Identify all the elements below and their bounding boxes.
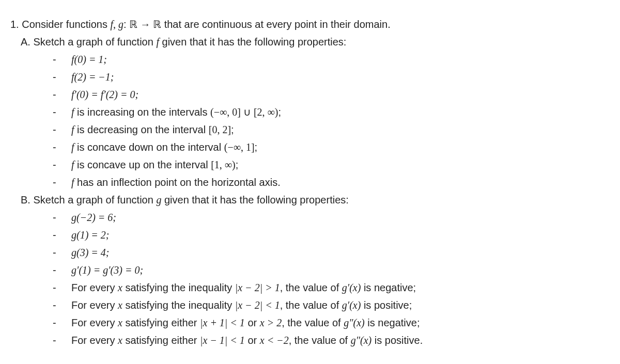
A7-expr: [1, ∞) (211, 159, 236, 170)
A-item-2: -f(2) = −1; (62, 68, 610, 86)
B5-pre: For every (71, 282, 118, 293)
B5-post: is negative; (361, 282, 416, 293)
A6-post: ; (255, 141, 258, 153)
B-lead-post: given that it has the following properti… (161, 194, 348, 205)
A-item-6: -f is concave down on the interval (−∞, … (62, 138, 610, 156)
A-item-3: -f′(0) = f′(2) = 0; (62, 86, 610, 103)
B8-or: or (245, 335, 260, 346)
A6-expr: (−∞, 1] (224, 141, 255, 153)
B8-mid: satisfying either (122, 335, 200, 346)
q1-intro-pre: 1. Consider functions (10, 19, 110, 30)
B4-expr: g′(1) = g′(3) = 0; (71, 264, 143, 276)
A-item-2-expr: f(2) = −1; (71, 71, 114, 83)
A5-mid: is decreasing on the interval (74, 124, 209, 135)
B-lead-g: g (156, 194, 161, 205)
B-item-6: -For every x satisfying the inequality |… (62, 296, 610, 314)
A5-expr: [0, 2] (209, 124, 231, 135)
B8-pre: For every (71, 335, 118, 346)
A-item-3-expr: f′(0) = f′(2) = 0; (71, 89, 138, 100)
B6-expr: |x − 2| < 1 (235, 299, 280, 311)
B6-x: x (118, 299, 122, 311)
B7-pre: For every (71, 317, 118, 328)
B8-x: x (118, 335, 122, 346)
B7-expr2: x > 2 (260, 317, 282, 328)
B7-post: is negative; (365, 317, 420, 328)
B-lead-pre: B. Sketch a graph of function (21, 194, 156, 205)
A-item-4: -f is increasing on the intervals (−∞, 0… (62, 103, 610, 121)
A-item-7: -f is concave up on the interval [1, ∞); (62, 156, 610, 173)
B-item-7: -For every x satisfying either |x + 1| <… (62, 314, 610, 331)
B6-post: is positive; (361, 299, 412, 311)
part-B-lead: B. Sketch a graph of function g given th… (21, 191, 610, 209)
A-item-1-expr: f(0) = 1; (71, 54, 107, 65)
A7-mid: is concave up on the interval (74, 159, 211, 170)
B5-expr: |x − 2| > 1 (235, 282, 280, 293)
B6-mid: satisfying the inequality (122, 299, 235, 311)
A6-mid: is concave down on the interval (74, 141, 224, 153)
B1-expr: g(−2) = 6; (71, 212, 116, 223)
q1-colon: : (123, 19, 129, 30)
B5-x: x (118, 282, 122, 293)
q1-R1: ℝ (129, 19, 137, 30)
B8-fn: g″(x) (351, 335, 372, 346)
part-A-lead: A. Sketch a graph of function f given th… (21, 33, 610, 51)
A7-post: ; (236, 159, 239, 170)
B6-fn: g′(x) (342, 299, 361, 311)
B8-post: is positive. (371, 335, 423, 346)
B5-mid: satisfying the inequality (122, 282, 235, 293)
q1-intro-post: that are continuous at every point in th… (161, 19, 391, 30)
B7-or: or (245, 317, 260, 328)
B3-expr: g(3) = 4; (71, 247, 109, 258)
A-item-1: -f(0) = 1; (62, 51, 610, 68)
A4-mid: is increasing on the intervals (74, 106, 210, 118)
B-item-3: -g(3) = 4; (62, 244, 610, 261)
q1-arrow: → (137, 19, 153, 30)
A-item-8: -f has an inflection point on the horizo… (62, 173, 610, 191)
A4-post: ; (278, 106, 281, 118)
A-item-5: -f is decreasing on the interval [0, 2]; (62, 121, 610, 138)
B8-mid2: , the value of (289, 335, 351, 346)
A-lead-post: given that it has the following properti… (159, 36, 346, 48)
B8-expr2: x < −2 (260, 335, 289, 346)
B-item-5: -For every x satisfying the inequality |… (62, 279, 610, 296)
B5-fn: g′(x) (342, 282, 361, 293)
B7-x: x (118, 317, 122, 328)
B2-expr: g(1) = 2; (71, 229, 109, 241)
B7-fn: g″(x) (344, 317, 365, 328)
q1-fg: f, g (110, 19, 123, 30)
B7-expr: |x + 1| < 1 (200, 317, 245, 328)
B7-mid: satisfying either (122, 317, 200, 328)
B6-pre: For every (71, 299, 118, 311)
B7-mid2: , the value of (282, 317, 344, 328)
B6-mid2: , the value of (280, 299, 342, 311)
A-lead-pre: A. Sketch a graph of function (21, 36, 156, 48)
B-item-4: -g′(1) = g′(3) = 0; (62, 261, 610, 279)
A5-post: ; (231, 124, 234, 135)
A8-mid: has an inflection point on the horizonta… (74, 177, 281, 188)
q1-R2: ℝ (153, 19, 161, 30)
question-1: 1. Consider functions f, g: ℝ → ℝ that a… (10, 15, 610, 33)
B5-mid2: , the value of (280, 282, 342, 293)
B-item-1: -g(−2) = 6; (62, 209, 610, 226)
B-item-2: -g(1) = 2; (62, 226, 610, 244)
A4-expr: (−∞, 0] ∪ [2, ∞) (210, 106, 278, 118)
B8-expr: |x − 1| < 1 (200, 335, 245, 346)
B-item-8: -For every x satisfying either |x − 1| <… (62, 331, 610, 349)
